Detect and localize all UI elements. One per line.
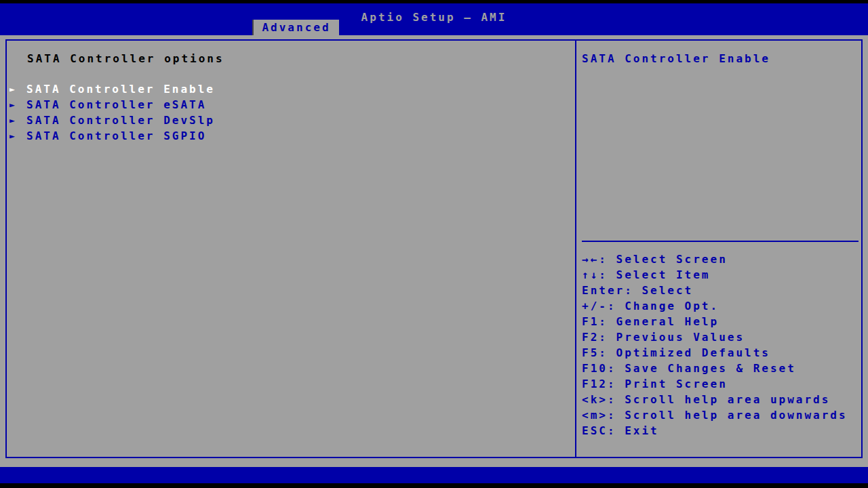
submenu-arrow-icon: ► (9, 113, 26, 128)
hotkey-legend-line: F10: Save Changes & Reset (582, 361, 860, 376)
submenu-heading: SATA Controller options (27, 51, 224, 66)
submenu-item-label: SATA Controller eSATA (26, 97, 206, 113)
submenu-list: ►SATA Controller Enable►SATA Controller … (9, 81, 552, 144)
hotkey-legend-line: Enter: Select (582, 283, 860, 298)
submenu-item[interactable]: ►SATA Controller eSATA (9, 97, 552, 113)
submenu-item[interactable]: ►SATA Controller DevSlp (9, 113, 552, 128)
hotkey-legend: →←: Select Screen↑↓: Select ItemEnter: S… (582, 251, 860, 439)
app-title: Aptio Setup – AMI (0, 9, 868, 25)
hotkey-legend-line: +/-: Change Opt. (582, 298, 860, 314)
title-bar: Aptio Setup – AMI (0, 3, 868, 35)
hotkey-legend-line: F1: General Help (582, 314, 860, 329)
help-text: SATA Controller Enable (582, 51, 856, 66)
hotkey-legend-line: ESC: Exit (582, 423, 860, 439)
bios-setup-screen: Aptio Setup – AMI Advanced SATA Controll… (0, 0, 868, 488)
submenu-arrow-icon: ► (9, 81, 26, 97)
submenu-item[interactable]: ►SATA Controller SGPIO (9, 128, 552, 144)
footer-bar: Version 2.22.1294 Copyright (C) 2025 AMI (0, 467, 868, 483)
submenu-item-label: SATA Controller SGPIO (26, 128, 206, 144)
submenu-arrow-icon: ► (9, 128, 26, 144)
hotkey-legend-line: F2: Previous Values (582, 329, 860, 345)
hotkey-legend-line: ↑↓: Select Item (582, 267, 860, 283)
submenu-item-label: SATA Controller DevSlp (26, 113, 215, 128)
hotkey-legend-line: F12: Print Screen (582, 376, 860, 392)
hotkey-legend-line: F5: Optimized Defaults (582, 345, 860, 361)
submenu-item[interactable]: ►SATA Controller Enable (9, 81, 552, 97)
hotkey-legend-line: <k>: Scroll help area upwards (582, 392, 860, 407)
submenu-item-label: SATA Controller Enable (26, 81, 215, 97)
help-divider (582, 241, 859, 242)
hotkey-legend-line: →←: Select Screen (582, 251, 860, 267)
bottom-black-strip (0, 483, 868, 488)
panel-divider (575, 39, 576, 458)
tab-advanced[interactable]: Advanced (252, 20, 339, 35)
submenu-arrow-icon: ► (9, 97, 26, 113)
hotkey-legend-line: <m>: Scroll help area downwards (582, 407, 860, 423)
